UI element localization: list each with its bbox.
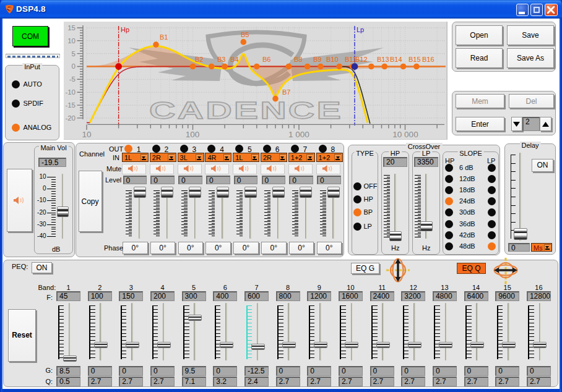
svg-text:B4: B4 bbox=[230, 56, 238, 63]
svg-text:B11: B11 bbox=[345, 56, 357, 63]
svg-text:B5: B5 bbox=[241, 31, 249, 38]
svg-text:-15: -15 bbox=[65, 101, 76, 109]
svg-text:B1: B1 bbox=[160, 33, 168, 41]
svg-text:10: 10 bbox=[82, 130, 91, 139]
svg-text:B10: B10 bbox=[326, 56, 339, 63]
svg-text:B14: B14 bbox=[390, 56, 402, 63]
svg-text:Hp: Hp bbox=[121, 26, 129, 33]
svg-text:CADENCE: CADENCE bbox=[149, 97, 343, 124]
svg-text:B3: B3 bbox=[217, 56, 225, 63]
svg-text:B2: B2 bbox=[195, 56, 203, 63]
svg-text:Lp: Lp bbox=[357, 26, 364, 33]
svg-text:-20: -20 bbox=[65, 114, 76, 122]
svg-text:B7: B7 bbox=[282, 88, 290, 96]
svg-text:B16: B16 bbox=[422, 56, 434, 63]
svg-text:10: 10 bbox=[67, 37, 76, 45]
svg-text:1 000: 1 000 bbox=[288, 130, 309, 139]
svg-text:15: 15 bbox=[67, 24, 76, 32]
svg-text:B13: B13 bbox=[377, 56, 389, 63]
svg-text:-10: -10 bbox=[65, 88, 76, 96]
svg-text:B12: B12 bbox=[355, 56, 368, 63]
svg-text:-5: -5 bbox=[69, 75, 76, 83]
svg-text:B6: B6 bbox=[262, 56, 270, 63]
svg-text:0: 0 bbox=[72, 62, 76, 70]
svg-text:B15: B15 bbox=[409, 56, 421, 63]
svg-text:B8: B8 bbox=[294, 56, 302, 63]
svg-text:100: 100 bbox=[186, 130, 200, 139]
svg-text:5: 5 bbox=[72, 50, 76, 58]
svg-text:10 000: 10 000 bbox=[392, 130, 418, 139]
svg-text:B9: B9 bbox=[313, 56, 321, 63]
